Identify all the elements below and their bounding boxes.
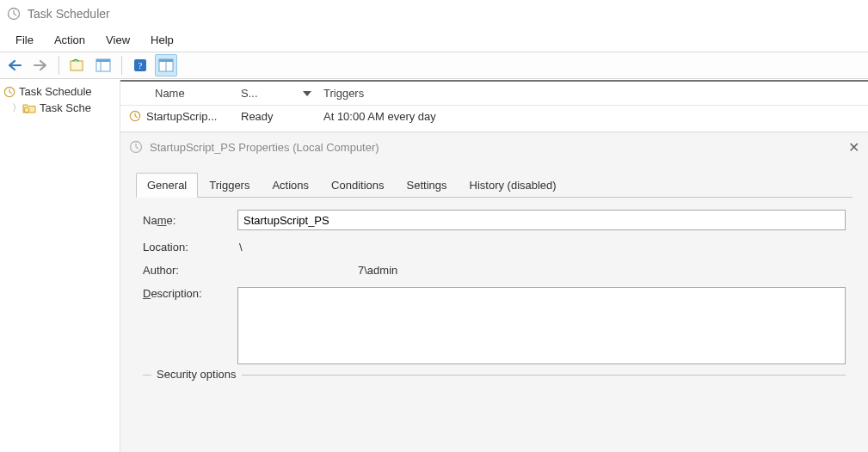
nav-back-button[interactable] (3, 54, 26, 76)
clock-icon (3, 86, 15, 98)
task-status: Ready (241, 110, 303, 123)
column-status[interactable]: S... (241, 87, 303, 100)
column-triggers[interactable]: Triggers (323, 87, 859, 100)
task-triggers: At 10:00 AM every day (303, 110, 859, 123)
general-tab-content: Name: Location: \ Author: 7\admin Descri… (136, 198, 853, 383)
dialog-titlebar: StartupScript_PS Properties (Local Compu… (120, 132, 868, 162)
clock-icon (7, 7, 21, 21)
tab-general[interactable]: General (136, 173, 198, 198)
tree-root-label: Task Schedule (19, 85, 92, 98)
svg-line-21 (136, 147, 139, 149)
window-title: Task Scheduler (28, 7, 110, 21)
tab-history[interactable]: History (disabled) (459, 173, 568, 198)
show-hide-tree-button[interactable] (66, 54, 89, 76)
properties-dialog: StartupScript_PS Properties (Local Compu… (120, 131, 868, 452)
tab-conditions[interactable]: Conditions (320, 173, 395, 198)
close-icon[interactable]: ✕ (848, 139, 859, 156)
tree-child[interactable]: 〉 Task Sche (0, 100, 120, 116)
sort-indicator[interactable] (303, 91, 323, 96)
svg-line-14 (9, 92, 12, 94)
window-titlebar: Task Scheduler (0, 0, 868, 27)
tree-pane: Task Schedule 〉 Task Sche (0, 80, 120, 452)
svg-rect-10 (159, 59, 173, 62)
svg-rect-3 (71, 61, 83, 70)
dialog-tabs: General Triggers Actions Conditions Sett… (136, 172, 853, 198)
toolbar-separator (58, 56, 59, 75)
menubar: File Action View Help (0, 27, 868, 52)
svg-line-18 (135, 116, 138, 118)
task-name: StartupScrip... (146, 110, 217, 123)
location-value: \ (237, 241, 846, 253)
security-options-label: Security options (151, 368, 242, 381)
main-area: Task Schedule 〉 Task Sche Name S... Trig… (0, 79, 868, 452)
help-button[interactable]: ? (129, 54, 151, 76)
menu-file[interactable]: File (5, 30, 44, 50)
right-pane: Name S... Triggers StartupScrip... Ready… (120, 80, 868, 452)
properties-pane-button[interactable] (92, 54, 114, 76)
tab-settings[interactable]: Settings (396, 173, 459, 198)
menu-help[interactable]: Help (140, 30, 184, 50)
security-options-group: Security options (143, 375, 846, 383)
svg-line-2 (14, 14, 16, 15)
name-input[interactable] (237, 210, 846, 230)
tree-root[interactable]: Task Schedule (0, 83, 120, 100)
menu-action[interactable]: Action (44, 30, 95, 50)
column-name[interactable]: Name (129, 87, 241, 100)
tab-actions[interactable]: Actions (261, 173, 320, 198)
dialog-title: StartupScript_PS Properties (Local Compu… (150, 141, 379, 154)
refresh-button[interactable] (155, 54, 177, 76)
author-value: 7\admin (237, 264, 846, 277)
svg-text:?: ? (139, 60, 143, 70)
name-label: Name: (143, 214, 237, 227)
task-list-header: Name S... Triggers (120, 82, 868, 106)
tree-child-label: Task Sche (40, 101, 91, 114)
nav-forward-button[interactable] (29, 54, 52, 76)
author-label: Author: (143, 264, 237, 277)
chevron-right-icon[interactable]: 〉 (12, 101, 22, 114)
description-input[interactable] (237, 287, 846, 364)
location-label: Location: (143, 241, 237, 253)
menu-view[interactable]: View (95, 30, 140, 50)
clock-icon (129, 140, 143, 154)
task-row[interactable]: StartupScrip... Ready At 10:00 AM every … (120, 106, 868, 126)
folder-icon (22, 102, 36, 114)
svg-rect-5 (96, 59, 110, 62)
description-label: Description: (143, 287, 237, 300)
toolbar: ? (0, 52, 868, 79)
clock-icon (129, 110, 141, 122)
toolbar-separator (121, 56, 122, 75)
tab-triggers[interactable]: Triggers (198, 173, 261, 198)
